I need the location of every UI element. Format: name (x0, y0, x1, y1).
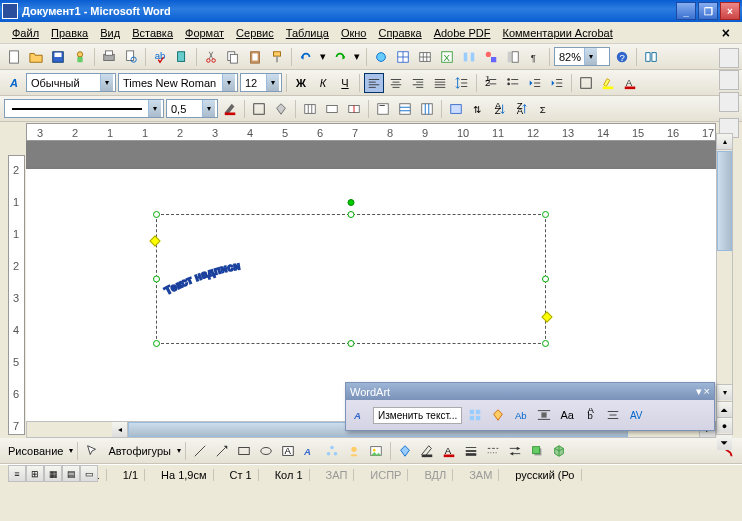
new-doc-button[interactable] (4, 47, 24, 67)
resize-handle-se[interactable] (542, 340, 549, 347)
restore-button[interactable]: ❐ (698, 2, 718, 20)
textbox-button[interactable]: A (278, 441, 298, 461)
sort-asc-button[interactable]: AZ (490, 99, 510, 119)
line-spacing-button[interactable] (452, 73, 472, 93)
print-layout-view-button[interactable]: ▦ (44, 465, 62, 482)
web-view-button[interactable]: ⊞ (26, 465, 44, 482)
reading-view-button[interactable]: ▭ (80, 465, 98, 482)
help-button[interactable]: ? (612, 47, 632, 67)
insert-clipart-button[interactable] (344, 441, 364, 461)
edit-text-button[interactable]: Изменить текст... (373, 407, 462, 424)
cut-button[interactable] (201, 47, 221, 67)
resize-handle-sw[interactable] (153, 340, 160, 347)
pdf-email-button[interactable] (719, 70, 739, 90)
insert-wordart-button[interactable]: A (350, 405, 370, 425)
tables-borders-button[interactable] (393, 47, 413, 67)
normal-view-button[interactable]: ≡ (8, 465, 26, 482)
redo-dropdown[interactable]: ▾ (352, 47, 362, 67)
status-ovr[interactable]: ЗАМ (463, 469, 499, 481)
copy-button[interactable] (223, 47, 243, 67)
chevron-down-icon[interactable]: ▾ (266, 74, 279, 91)
char-spacing-button[interactable]: AV (626, 405, 646, 425)
sort-desc-button[interactable]: ZA (512, 99, 532, 119)
redo-button[interactable] (330, 47, 350, 67)
select-objects-button[interactable] (82, 441, 102, 461)
scroll-down-button[interactable]: ▾ (717, 384, 732, 400)
rectangle-button[interactable] (234, 441, 254, 461)
insert-diagram-button[interactable] (322, 441, 342, 461)
wordart-toolbar-options[interactable]: ▾ (696, 385, 702, 398)
status-trk[interactable]: ИСПР (364, 469, 408, 481)
style-combo[interactable]: Обычный ▾ (26, 73, 116, 92)
resize-handle-nw[interactable] (153, 211, 160, 218)
bold-button[interactable]: Ж (291, 73, 311, 93)
print-preview-button[interactable] (121, 47, 141, 67)
vertical-ruler[interactable]: 211234567 (8, 155, 25, 435)
wordart-shape-button[interactable]: Ab (511, 405, 531, 425)
styles-pane-button[interactable]: A (4, 73, 24, 93)
wordart-toolbar-titlebar[interactable]: WordArt ▾ × (346, 383, 714, 400)
menu-edit[interactable]: Правка (45, 25, 94, 41)
undo-button[interactable] (296, 47, 316, 67)
undo-dropdown[interactable]: ▾ (318, 47, 328, 67)
insert-table2-button[interactable] (300, 99, 320, 119)
docmap-button[interactable] (503, 47, 523, 67)
shading-color-button[interactable] (271, 99, 291, 119)
3d-button[interactable] (549, 441, 569, 461)
numbered-list-button[interactable]: 12 (481, 73, 501, 93)
browse-object-button[interactable]: ● (717, 417, 732, 433)
increase-indent-button[interactable] (547, 73, 567, 93)
zoom-combo[interactable]: 82% ▾ (554, 47, 610, 66)
scroll-up-button[interactable]: ▴ (717, 134, 732, 150)
distribute-rows-button[interactable] (395, 99, 415, 119)
status-lang[interactable]: русский (Ро (509, 469, 581, 481)
wordart-toolbar-close[interactable]: × (704, 385, 710, 398)
chevron-down-icon[interactable]: ▾ (222, 74, 235, 91)
outer-border2-button[interactable] (249, 99, 269, 119)
resize-handle-w[interactable] (153, 276, 160, 283)
resize-handle-ne[interactable] (542, 211, 549, 218)
menu-adobe-pdf[interactable]: Adobe PDF (428, 25, 497, 41)
permission-button[interactable] (70, 47, 90, 67)
excel-button[interactable]: X (437, 47, 457, 67)
drawing-menu[interactable]: Рисование (4, 443, 67, 459)
font-size-combo[interactable]: 12 ▾ (240, 73, 282, 92)
line-color-button[interactable] (417, 441, 437, 461)
menu-format[interactable]: Формат (179, 25, 230, 41)
outline-view-button[interactable]: ▤ (62, 465, 80, 482)
text-direction-button[interactable]: ⇅ (468, 99, 488, 119)
wordart-toolbar[interactable]: WordArt ▾ × A Изменить текст... Ab Aa Ab… (345, 382, 715, 431)
rotate-handle[interactable] (348, 199, 355, 206)
chevron-down-icon[interactable]: ▾ (584, 48, 597, 65)
alignment-button[interactable] (603, 405, 623, 425)
chevron-down-icon[interactable]: ▾ (202, 100, 215, 117)
next-page-button[interactable]: ⏷ (717, 434, 732, 450)
status-rec[interactable]: ЗАП (320, 469, 355, 481)
scroll-thumb[interactable] (717, 151, 732, 251)
read-button[interactable] (641, 47, 661, 67)
horizontal-ruler[interactable]: 3211234567891011121314151617 (26, 123, 716, 141)
menu-insert[interactable]: Вставка (126, 25, 179, 41)
line-style-button[interactable] (461, 441, 481, 461)
arrow-style-button[interactable] (505, 441, 525, 461)
insert-picture-button[interactable] (366, 441, 386, 461)
same-height-button[interactable]: Aa (557, 405, 577, 425)
prev-page-button[interactable]: ⏶ (717, 401, 732, 417)
vertical-text-button[interactable]: Ab (580, 405, 600, 425)
highlight-button[interactable] (598, 73, 618, 93)
text-wrapping-button[interactable] (534, 405, 554, 425)
font-combo[interactable]: Times New Roman ▾ (118, 73, 238, 92)
columns-button[interactable] (459, 47, 479, 67)
fill-color-button[interactable] (395, 441, 415, 461)
menu-file[interactable]: Файл (6, 25, 45, 41)
distribute-cols-button[interactable] (417, 99, 437, 119)
menu-acrobat-comments[interactable]: Комментарии Acrobat (497, 25, 619, 41)
split-cells-button[interactable] (344, 99, 364, 119)
oval-button[interactable] (256, 441, 276, 461)
insert-wordart2-button[interactable]: A (300, 441, 320, 461)
wordart-object[interactable]: Текст надписи (156, 214, 546, 344)
autoformat-table-button[interactable] (446, 99, 466, 119)
shadow-button[interactable] (527, 441, 547, 461)
decrease-indent-button[interactable] (525, 73, 545, 93)
vertical-scrollbar[interactable]: ▴ ▾ ⏶ ● ⏷ (716, 133, 733, 435)
